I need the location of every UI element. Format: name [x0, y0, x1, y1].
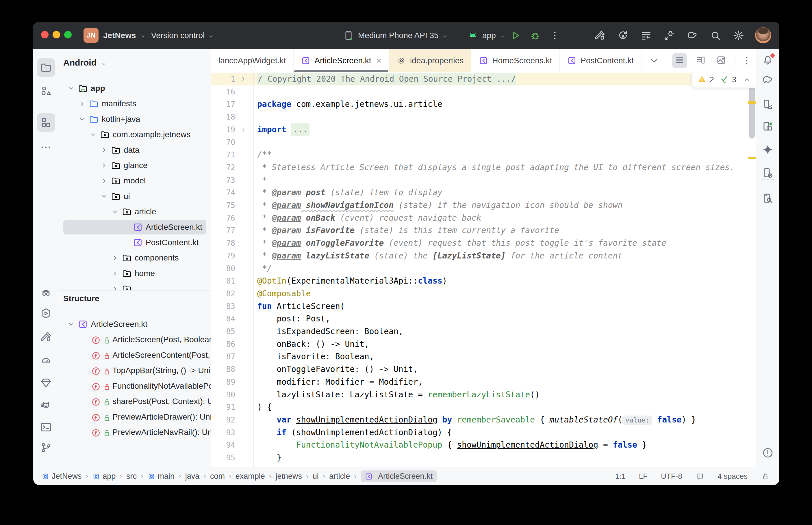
- breadcrumb-item-java[interactable]: java: [185, 472, 200, 481]
- breadcrumb-item-app[interactable]: app: [92, 472, 116, 481]
- breadcrumb-item-ui[interactable]: ui: [313, 472, 319, 481]
- tree-item-components[interactable]: components: [59, 250, 211, 265]
- file-lock-icon[interactable]: [761, 472, 769, 481]
- editor-tab-lanceAppWidget.kt[interactable]: lanceAppWidget.kt: [211, 49, 294, 72]
- code-line-70[interactable]: 70: [211, 136, 756, 149]
- build-tool-button[interactable]: [37, 328, 55, 346]
- code-line-81[interactable]: 81@OptIn(ExperimentalMaterial3Api::class…: [211, 275, 756, 287]
- structure-root[interactable]: ArticleScreen.kt: [59, 317, 211, 332]
- code-line-75[interactable]: 75 * @param showNavigationIcon (state) i…: [211, 199, 756, 212]
- code-line-95[interactable]: 95 }: [211, 451, 756, 464]
- inspection-bubble-icon[interactable]: [696, 472, 704, 481]
- code-line-83[interactable]: 83fun ArticleScreen(: [211, 300, 756, 313]
- tree-item-app[interactable]: app: [59, 81, 211, 96]
- code-line-72[interactable]: 72 * Stateless Article Screen that displ…: [211, 161, 756, 174]
- chevron-right-icon[interactable]: [78, 100, 86, 107]
- version-control-tool-button[interactable]: [37, 438, 55, 457]
- code-line-1[interactable]: 1/ Copyright 2020 The Android Open Sourc…: [211, 73, 756, 86]
- code-line-71[interactable]: 71/**: [211, 148, 756, 161]
- structure-item[interactable]: PreviewArticleNavRail(): Unit: [59, 425, 211, 440]
- user-avatar[interactable]: [755, 27, 771, 43]
- code-line-93[interactable]: 93 if (showUnimplementedActionDialog) {: [211, 426, 756, 439]
- chevron-right-icon[interactable]: [100, 146, 108, 154]
- code-line-84[interactable]: 84 post: Post,: [211, 313, 756, 325]
- device-explorer-tool-button[interactable]: [758, 190, 777, 208]
- run-button[interactable]: [510, 29, 521, 42]
- tree-item-ui[interactable]: ui: [59, 189, 211, 204]
- debug-button[interactable]: [529, 29, 541, 42]
- code-line-85[interactable]: 85 isExpandedScreen: Boolean,: [211, 325, 756, 338]
- services-tool-button[interactable]: [37, 304, 55, 322]
- running-devices-tool-button[interactable]: [758, 117, 777, 136]
- code-line-79[interactable]: 79 * @param lazyListState (state) the [L…: [211, 250, 756, 262]
- settings-button[interactable]: [733, 29, 745, 42]
- profiler-tool-button[interactable]: [37, 351, 55, 369]
- next-problem-button[interactable]: [755, 75, 756, 84]
- app-quality-insights-tool-button[interactable]: [37, 283, 55, 301]
- breadcrumb-item-example[interactable]: example: [236, 472, 265, 481]
- editor-tab-PostContent.kt[interactable]: PostContent.kt: [560, 49, 641, 72]
- code-line-76[interactable]: 76 * @param onBack (event) request navig…: [211, 212, 756, 224]
- tree-item-ArticleScreen.kt[interactable]: ArticleScreen.kt: [59, 220, 211, 235]
- breadcrumb-item-com[interactable]: com: [210, 472, 225, 481]
- breadcrumb-item-JetNews[interactable]: JetNews: [41, 472, 82, 481]
- inspections-widget[interactable]: 2 3: [692, 72, 756, 88]
- apply-code-changes-button[interactable]: [640, 29, 652, 42]
- chevron-down-icon[interactable]: [67, 85, 75, 92]
- chevron-right-icon[interactable]: [100, 177, 108, 184]
- split-view-button[interactable]: [693, 53, 708, 68]
- build-button[interactable]: [594, 29, 606, 42]
- breadcrumb-item-article[interactable]: article: [329, 472, 350, 481]
- tab-list-dropdown[interactable]: [648, 55, 660, 67]
- structure-tool-button[interactable]: [37, 113, 55, 132]
- code-line-16[interactable]: 16: [211, 86, 756, 98]
- tree-item-model[interactable]: model: [59, 173, 211, 188]
- fold-marker-icon[interactable]: [240, 73, 250, 86]
- structure-item[interactable]: FunctionalityNotAvailablePop: [59, 379, 211, 394]
- structure-item[interactable]: PreviewArticleDrawer(): Unit: [59, 409, 211, 424]
- editor-more-button[interactable]: [741, 55, 753, 67]
- problems-tool-button[interactable]: [758, 444, 777, 462]
- code-line-90[interactable]: 90 lazyListState: LazyListState = rememb…: [211, 388, 756, 401]
- tree-item-data[interactable]: data: [59, 142, 211, 158]
- editor-tab-ArticleScreen.kt[interactable]: ArticleScreen.kt×: [294, 49, 389, 72]
- warning-stripe-mark[interactable]: [748, 101, 756, 104]
- breadcrumb-item-jetnews[interactable]: jetnews: [276, 472, 302, 481]
- code-editor[interactable]: 2 3 1/ Copyright 2020 The Android Open S…: [211, 72, 756, 467]
- design-view-button[interactable]: [714, 53, 729, 68]
- breadcrumb-item-ArticleScreen.kt[interactable]: ArticleScreen.kt: [360, 470, 437, 482]
- file-encoding[interactable]: UTF-8: [661, 472, 682, 481]
- code-line-80[interactable]: 80 */: [211, 262, 756, 275]
- structure-item[interactable]: sharePost(Post, Context): Un: [59, 394, 211, 409]
- structure-item[interactable]: ArticleScreen(Post, Boolean,: [59, 332, 211, 347]
- terminal-tool-button[interactable]: [37, 418, 55, 436]
- fold-marker-icon[interactable]: [240, 123, 250, 137]
- code-line-78[interactable]: 78 * @param onToggleFavorite (event) req…: [211, 237, 756, 250]
- prev-problem-button[interactable]: [743, 75, 751, 84]
- chevron-right-icon[interactable]: [100, 162, 108, 169]
- device-selector[interactable]: Medium Phone API 35: [342, 22, 448, 49]
- tree-item-PostContent.kt[interactable]: PostContent.kt: [59, 235, 211, 250]
- text-only-view-button[interactable]: [672, 53, 687, 68]
- gemini-tool-button[interactable]: [758, 140, 777, 159]
- gradle-sync-button[interactable]: [686, 29, 698, 42]
- code-line-82[interactable]: 82@Composable: [211, 287, 756, 300]
- tree-item-manifests[interactable]: manifests: [59, 96, 211, 111]
- editor-tab-idea.properties[interactable]: idea.properties: [389, 49, 471, 72]
- attach-debugger-button[interactable]: [663, 29, 675, 42]
- code-line-87[interactable]: 87 isFavorite: Boolean,: [211, 350, 756, 363]
- code-line-88[interactable]: 88 onToggleFavorite: () -> Unit,: [211, 363, 756, 376]
- minimize-window-button[interactable]: [53, 31, 60, 39]
- close-tab-icon[interactable]: ×: [377, 56, 382, 65]
- notifications-tool-button[interactable]: [758, 51, 777, 70]
- code-line-77[interactable]: 77 * @param isFavorite (state) is this i…: [211, 224, 756, 237]
- code-line-18[interactable]: 18: [211, 110, 756, 123]
- apply-changes-button[interactable]: [617, 29, 629, 42]
- close-window-button[interactable]: [41, 31, 48, 39]
- device-mirror-tool-button[interactable]: [758, 164, 777, 182]
- tree-item-kotlin+java[interactable]: kotlin+java: [59, 112, 211, 127]
- chevron-down-icon[interactable]: [89, 131, 97, 138]
- code-line-19[interactable]: 19import ...: [211, 123, 756, 136]
- run-configuration-selector[interactable]: app: [467, 22, 506, 49]
- breadcrumb-item-src[interactable]: src: [126, 472, 137, 481]
